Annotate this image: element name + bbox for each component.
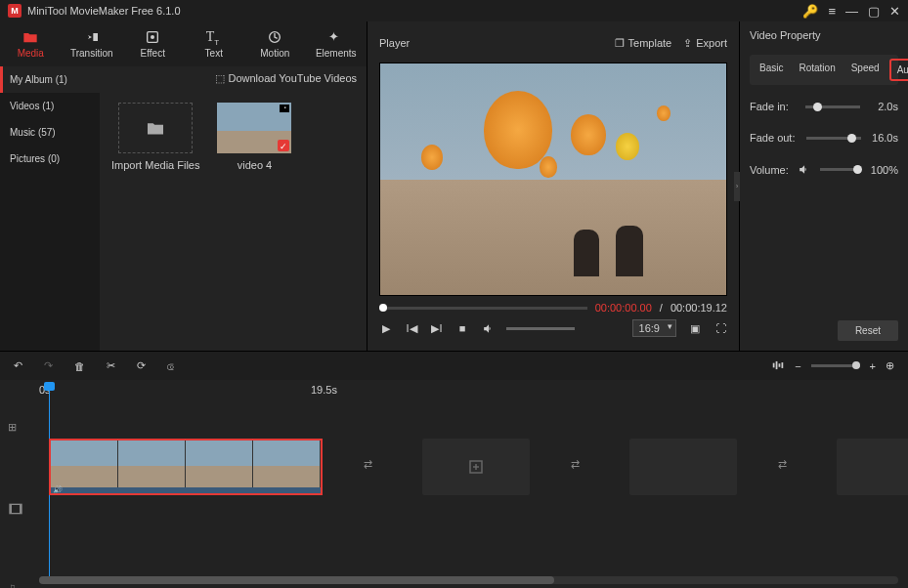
player-title: Player bbox=[379, 37, 410, 49]
person-silhouette bbox=[574, 230, 599, 276]
person-silhouette bbox=[616, 226, 643, 276]
volume-icon[interactable] bbox=[481, 321, 495, 335]
export-icon: ⇪ bbox=[683, 37, 692, 50]
fade-in-label: Fade in: bbox=[750, 101, 789, 112]
zoom-in-button[interactable]: + bbox=[870, 360, 876, 372]
tab-text[interactable]: TT Text bbox=[184, 21, 245, 66]
prev-frame-button[interactable]: I◀ bbox=[405, 321, 418, 335]
fullscreen-button[interactable]: ⛶ bbox=[713, 321, 727, 335]
motion-icon bbox=[267, 29, 282, 45]
crop-button[interactable]: ⟃ bbox=[167, 360, 174, 372]
zoom-fit-button[interactable]: ⊕ bbox=[886, 359, 894, 372]
tab-elements[interactable]: ✦ Elements bbox=[306, 21, 368, 66]
album-header[interactable]: My Album (1) bbox=[0, 66, 100, 93]
audio-track-icon[interactable] bbox=[771, 358, 785, 374]
play-button[interactable]: ▶ bbox=[379, 321, 393, 335]
tab-transition[interactable]: Transition bbox=[62, 21, 123, 66]
reset-button[interactable]: Reset bbox=[838, 320, 898, 341]
import-media-tile[interactable]: Import Media Files bbox=[111, 103, 199, 171]
menu-icon[interactable]: ≡ bbox=[828, 4, 836, 19]
template-button[interactable]: ❐ Template bbox=[615, 37, 672, 50]
fade-out-label: Fade out: bbox=[750, 132, 795, 144]
zoom-slider[interactable] bbox=[811, 364, 860, 367]
close-icon[interactable]: ✕ bbox=[889, 4, 900, 19]
panel-collapse-handle[interactable]: › bbox=[734, 172, 740, 201]
svg-rect-9 bbox=[20, 504, 22, 513]
media-clip-tile[interactable]: ▪ video 4 bbox=[217, 103, 291, 171]
video-preview[interactable] bbox=[379, 63, 727, 296]
property-title: Video Property bbox=[750, 29, 898, 41]
timeline[interactable]: 0s 19.5s ⊞ ♫ ⇄ ⇄ ⇄ ⇄ bbox=[0, 380, 908, 588]
side-item-pictures[interactable]: Pictures (0) bbox=[0, 146, 100, 172]
fade-in-value: 2.0s bbox=[878, 101, 898, 112]
transition-slot-icon[interactable]: ⇄ bbox=[571, 458, 588, 476]
volume-label: Volume: bbox=[750, 164, 789, 176]
svg-rect-8 bbox=[10, 504, 12, 513]
speed-button[interactable]: ⟳ bbox=[137, 359, 146, 372]
undo-button[interactable]: ↶ bbox=[14, 359, 22, 372]
prop-tab-speed[interactable]: Speed bbox=[845, 59, 886, 81]
delete-button[interactable]: 🗑 bbox=[74, 360, 85, 372]
fade-in-slider[interactable] bbox=[805, 105, 860, 108]
side-item-videos[interactable]: Videos (1) bbox=[0, 93, 100, 119]
player-progress[interactable] bbox=[379, 307, 587, 310]
app-title: MiniTool MovieMaker Free 6.1.0 bbox=[27, 5, 181, 17]
minimize-icon[interactable]: — bbox=[845, 4, 858, 19]
top-tabs: Media Transition Effect TT Text Motion ✦… bbox=[0, 21, 367, 66]
export-button[interactable]: ⇪ Export bbox=[683, 37, 727, 50]
time-current: 00:00:00.00 bbox=[595, 302, 652, 314]
download-youtube-link[interactable]: ⬚ Download YouTube Videos bbox=[215, 72, 358, 85]
folder-import-icon bbox=[146, 120, 165, 136]
redo-button[interactable]: ↷ bbox=[44, 359, 53, 372]
time-total: 00:00:19.12 bbox=[670, 302, 727, 314]
download-icon: ⬚ bbox=[215, 72, 225, 85]
text-icon: TT bbox=[206, 29, 222, 45]
speaker-icon bbox=[798, 163, 810, 176]
media-panel: Media Transition Effect TT Text Motion ✦… bbox=[0, 21, 368, 351]
tab-effect[interactable]: Effect bbox=[122, 21, 184, 66]
property-panel: › Video Property Basic Rotation Speed Au… bbox=[740, 21, 908, 351]
player-panel: Player ❐ Template ⇪ Export bbox=[368, 21, 740, 351]
app-logo-icon: M bbox=[8, 4, 22, 18]
next-frame-button[interactable]: ▶I bbox=[430, 321, 444, 335]
transition-slot-icon[interactable]: ⇄ bbox=[778, 458, 796, 476]
svg-rect-5 bbox=[779, 363, 781, 367]
prop-tab-rotation[interactable]: Rotation bbox=[793, 59, 841, 81]
volume-value: 100% bbox=[871, 164, 898, 176]
empty-clip-slot[interactable] bbox=[629, 439, 737, 495]
volume-slider[interactable] bbox=[820, 168, 861, 171]
snapshot-button[interactable]: ▣ bbox=[688, 321, 702, 335]
titlebar: M MiniTool MovieMaker Free 6.1.0 🔑 ≡ — ▢… bbox=[0, 0, 908, 21]
timeline-scrollbar[interactable] bbox=[39, 576, 898, 584]
fade-out-slider[interactable] bbox=[806, 137, 861, 140]
svg-rect-3 bbox=[773, 362, 775, 367]
player-volume-slider[interactable] bbox=[506, 327, 575, 330]
svg-rect-6 bbox=[782, 362, 784, 368]
empty-clip-slot[interactable] bbox=[422, 439, 530, 495]
split-button[interactable]: ✂ bbox=[107, 359, 115, 372]
maximize-icon[interactable]: ▢ bbox=[868, 4, 880, 19]
zoom-out-button[interactable]: − bbox=[795, 360, 800, 372]
transition-icon bbox=[84, 29, 100, 45]
elements-icon: ✦ bbox=[328, 29, 344, 45]
side-item-music[interactable]: Music (57) bbox=[0, 119, 100, 146]
video-track-icon[interactable] bbox=[8, 501, 23, 517]
key-icon[interactable]: 🔑 bbox=[802, 4, 818, 19]
template-icon: ❐ bbox=[615, 37, 625, 50]
clip-thumbnail[interactable]: ▪ bbox=[217, 103, 291, 153]
transition-slot-icon[interactable]: ⇄ bbox=[364, 458, 381, 476]
timeline-clip[interactable] bbox=[49, 439, 323, 495]
overlay-track-icon[interactable]: ⊞ bbox=[8, 421, 23, 437]
aspect-ratio-select[interactable]: 16:9 bbox=[632, 319, 676, 337]
folder-icon bbox=[22, 29, 38, 45]
audio-track-icon[interactable]: ♫ bbox=[8, 581, 23, 588]
tab-media[interactable]: Media bbox=[0, 21, 62, 66]
fade-out-value: 16.0s bbox=[872, 132, 898, 144]
empty-clip-slot[interactable] bbox=[837, 439, 908, 495]
side-list: My Album (1) Videos (1) Music (57) Pictu… bbox=[0, 66, 100, 351]
prop-tab-audio[interactable]: Audio bbox=[889, 59, 908, 81]
prop-tab-basic[interactable]: Basic bbox=[754, 59, 789, 81]
tab-motion[interactable]: Motion bbox=[244, 21, 306, 66]
stop-button[interactable]: ■ bbox=[455, 321, 469, 335]
svg-point-1 bbox=[151, 35, 154, 39]
